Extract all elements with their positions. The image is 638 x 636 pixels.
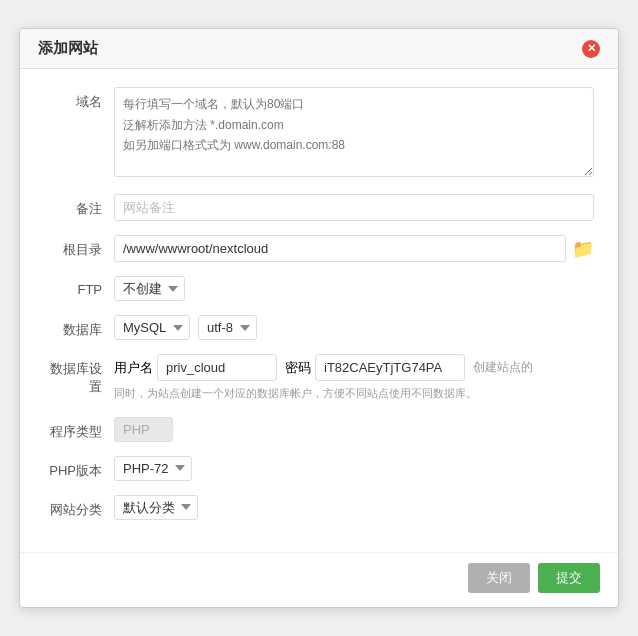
program-type-control: PHP [114,417,594,442]
domain-row: 域名 [44,87,594,180]
remark-label: 备注 [44,194,114,218]
username-label: 用户名 [114,359,153,377]
close-icon: ✕ [587,42,596,55]
db-settings-label: 数据库设置 [44,354,114,396]
domain-label: 域名 [44,87,114,111]
dialog-close-button[interactable]: ✕ [582,40,600,58]
submit-button[interactable]: 提交 [538,563,600,593]
php-version-label: PHP版本 [44,456,114,480]
program-type-label: 程序类型 [44,417,114,441]
database-control: MySQL utf-8 [114,315,594,340]
username-group: 用户名 [114,354,277,381]
database-label: 数据库 [44,315,114,339]
db-settings-row: 数据库设置 用户名 密码 创建站点的 同时，为站点创建一个对应的数据库帐户，方便… [44,354,594,403]
site-category-label: 网站分类 [44,495,114,519]
site-category-row: 网站分类 默认分类 [44,495,594,520]
domain-input[interactable] [114,87,594,177]
password-group: 密码 [285,354,465,381]
close-button[interactable]: 关闭 [468,563,530,593]
folder-icon[interactable]: 📁 [572,238,594,260]
add-website-dialog: 添加网站 ✕ 域名 备注 根目录 📁 [19,28,619,608]
remark-row: 备注 [44,194,594,221]
rootdir-input[interactable] [114,235,566,262]
ftp-label: FTP [44,276,114,297]
program-type-row: 程序类型 PHP [44,417,594,442]
php-version-row: PHP版本 PHP-72 [44,456,594,481]
program-type-select[interactable]: PHP [114,417,173,442]
db-type-select[interactable]: MySQL [114,315,190,340]
remark-control [114,194,594,221]
ftp-control: 不创建 [114,276,594,301]
domain-control [114,87,594,180]
dialog-header: 添加网站 ✕ [20,29,618,69]
db-note: 同时，为站点创建一个对应的数据库帐户，方便不同站点使用不同数据库。 [114,385,594,403]
php-version-control: PHP-72 [114,456,594,481]
dialog-title: 添加网站 [38,39,98,58]
db-settings-control: 用户名 密码 创建站点的 同时，为站点创建一个对应的数据库帐户，方便不同站点使用… [114,354,594,403]
username-input[interactable] [157,354,277,381]
password-input[interactable] [315,354,465,381]
db-charset-select[interactable]: utf-8 [198,315,257,340]
database-row: 数据库 MySQL utf-8 [44,315,594,340]
remark-input[interactable] [114,194,594,221]
dialog-footer: 关闭 提交 [20,552,618,607]
create-note: 创建站点的 [473,359,533,376]
site-category-select[interactable]: 默认分类 [114,495,198,520]
dialog-body: 域名 备注 根目录 📁 FTP 不创建 [20,69,618,544]
rootdir-row: 根目录 📁 [44,235,594,262]
password-label: 密码 [285,359,311,377]
db-settings-fields: 用户名 密码 创建站点的 [114,354,594,381]
ftp-row: FTP 不创建 [44,276,594,301]
rootdir-control: 📁 [114,235,594,262]
php-version-select[interactable]: PHP-72 [114,456,192,481]
site-category-control: 默认分类 [114,495,594,520]
ftp-select[interactable]: 不创建 [114,276,185,301]
rootdir-label: 根目录 [44,235,114,259]
